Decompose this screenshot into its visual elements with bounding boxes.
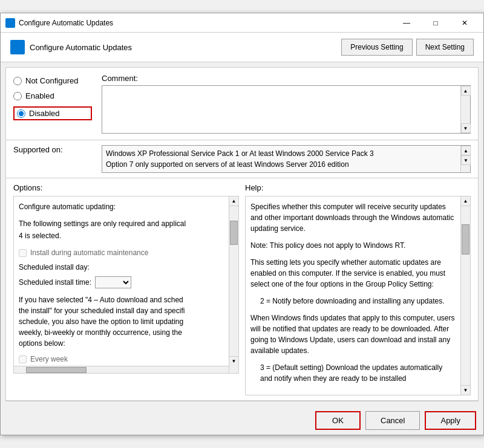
disabled-label: Disabled bbox=[29, 109, 60, 118]
enabled-radio[interactable] bbox=[13, 92, 22, 100]
options-line9: options below: bbox=[19, 338, 223, 349]
help-scroll-up[interactable]: ▲ bbox=[461, 196, 470, 206]
header-icon bbox=[10, 40, 25, 54]
install-maintenance-checkbox[interactable] bbox=[19, 249, 27, 257]
every-week-item[interactable]: Every week bbox=[19, 354, 223, 365]
options-line4: 4 is selected. bbox=[19, 230, 223, 241]
config-section: Not Configured Enabled Disabled Comment:… bbox=[6, 68, 478, 140]
options-line5: If you have selected "4 – Auto download … bbox=[19, 294, 223, 305]
help-para6: 3 = (Default setting) Download the updat… bbox=[260, 362, 456, 384]
title-bar-controls: — □ ✕ bbox=[393, 13, 479, 33]
help-para1: Specifies whether this computer will rec… bbox=[250, 201, 456, 234]
comment-scrollbar[interactable]: ▲ ▼ bbox=[460, 86, 470, 133]
options-scroll-down[interactable]: ▼ bbox=[229, 356, 238, 366]
scheduled-day-label: Scheduled install day: bbox=[19, 262, 90, 273]
help-para3: This setting lets you specify whether au… bbox=[250, 257, 456, 290]
install-maintenance-item[interactable]: Install during automatic maintenance bbox=[19, 247, 223, 258]
next-setting-button[interactable]: Next Setting bbox=[416, 39, 474, 56]
previous-setting-button[interactable]: Previous Setting bbox=[341, 39, 412, 56]
not-configured-radio[interactable] bbox=[13, 77, 22, 85]
window-icon bbox=[5, 18, 15, 28]
options-scrollbar[interactable]: ▲ ▼ bbox=[229, 196, 238, 373]
help-para5: When Windows finds updates that apply to… bbox=[250, 313, 456, 356]
footer: OK Cancel Apply bbox=[1, 406, 483, 435]
options-panel: Options: Configure automatic updating: T… bbox=[13, 183, 239, 395]
maximize-button[interactable]: □ bbox=[422, 13, 450, 33]
not-configured-option[interactable]: Not Configured bbox=[13, 76, 92, 85]
supported-text: Windows XP Professional Service Pack 1 o… bbox=[106, 148, 466, 170]
scheduled-time-row: Scheduled install time: bbox=[19, 276, 223, 288]
supported-box: Windows XP Professional Service Pack 1 o… bbox=[102, 145, 471, 173]
supported-label: Supported on: bbox=[13, 145, 92, 154]
options-line8: weekly, bi-weekly or monthly occurrence,… bbox=[19, 327, 223, 338]
help-para2: Note: This policy does not apply to Wind… bbox=[250, 240, 456, 251]
help-box: Specifies whether this computer will rec… bbox=[245, 196, 471, 395]
options-line3: The following settings are only required… bbox=[19, 218, 223, 229]
options-scroll-up[interactable]: ▲ bbox=[229, 196, 238, 206]
options-line1: Configure automatic updating: bbox=[19, 201, 223, 212]
help-scroll-down[interactable]: ▼ bbox=[461, 385, 470, 395]
options-hscrollbar[interactable] bbox=[14, 366, 229, 373]
not-configured-label: Not Configured bbox=[25, 76, 78, 85]
disabled-radio[interactable] bbox=[17, 109, 25, 118]
comment-label: Comment: bbox=[102, 74, 471, 83]
two-panel: Options: Configure automatic updating: T… bbox=[6, 178, 478, 401]
help-panel: Help: Specifies whether this computer wi… bbox=[245, 183, 471, 395]
help-scroll-thumb[interactable] bbox=[462, 224, 469, 255]
options-line7: schedule, you also have the option to li… bbox=[19, 316, 223, 327]
close-button[interactable]: ✕ bbox=[451, 13, 479, 33]
options-line6: the install" for your scheduled install … bbox=[19, 305, 223, 316]
every-week-checkbox[interactable] bbox=[19, 355, 27, 363]
header-left: Configure Automatic Updates bbox=[10, 40, 132, 54]
window-title: Configure Automatic Updates bbox=[19, 19, 389, 27]
comment-box[interactable]: ▲ ▼ bbox=[102, 85, 471, 134]
supported-section: Supported on: Windows XP Professional Se… bbox=[6, 140, 478, 178]
radio-group: Not Configured Enabled Disabled bbox=[13, 74, 92, 134]
help-header: Help: bbox=[245, 183, 471, 192]
header: Configure Automatic Updates Previous Set… bbox=[1, 33, 483, 62]
cancel-button[interactable]: Cancel bbox=[365, 411, 420, 430]
every-week-label: Every week bbox=[30, 354, 68, 365]
main-content: Not Configured Enabled Disabled Comment:… bbox=[5, 67, 479, 401]
install-maintenance-label: Install during automatic maintenance bbox=[30, 247, 148, 258]
disabled-option[interactable]: Disabled bbox=[13, 106, 92, 120]
scroll-up-arrow[interactable]: ▲ bbox=[461, 86, 471, 96]
title-bar: Configure Automatic Updates — □ ✕ bbox=[1, 13, 483, 33]
help-scrollbar[interactable]: ▲ ▼ bbox=[460, 196, 470, 395]
supported-scrollbar[interactable]: ▲ ▼ bbox=[460, 146, 470, 172]
header-buttons: Previous Setting Next Setting bbox=[341, 39, 474, 56]
options-scroll-thumb[interactable] bbox=[230, 221, 238, 245]
minimize-button[interactable]: — bbox=[393, 13, 420, 33]
supported-scroll-down[interactable]: ▼ bbox=[461, 155, 471, 165]
help-para4: 2 = Notify before downloading and instal… bbox=[260, 296, 456, 307]
scheduled-time-select[interactable] bbox=[95, 276, 131, 288]
options-box: Configure automatic updating: The follow… bbox=[13, 196, 239, 374]
enabled-option[interactable]: Enabled bbox=[13, 91, 92, 100]
options-text: Configure automatic updating: The follow… bbox=[19, 201, 234, 365]
options-header: Options: bbox=[13, 183, 239, 192]
scheduled-day-row: Scheduled install day: bbox=[19, 262, 223, 273]
main-window: Configure Automatic Updates — □ ✕ Config… bbox=[0, 13, 484, 435]
header-title: Configure Automatic Updates bbox=[30, 43, 132, 52]
supported-scroll-up[interactable]: ▲ bbox=[461, 146, 471, 155]
scheduled-time-label: Scheduled install time: bbox=[19, 277, 91, 288]
enabled-label: Enabled bbox=[25, 91, 54, 100]
options-hscroll-thumb[interactable] bbox=[26, 367, 87, 373]
ok-button[interactable]: OK bbox=[315, 411, 361, 430]
comment-area: Comment: ▲ ▼ bbox=[102, 74, 471, 134]
apply-button[interactable]: Apply bbox=[425, 411, 476, 430]
scroll-down-arrow[interactable]: ▼ bbox=[461, 123, 471, 133]
